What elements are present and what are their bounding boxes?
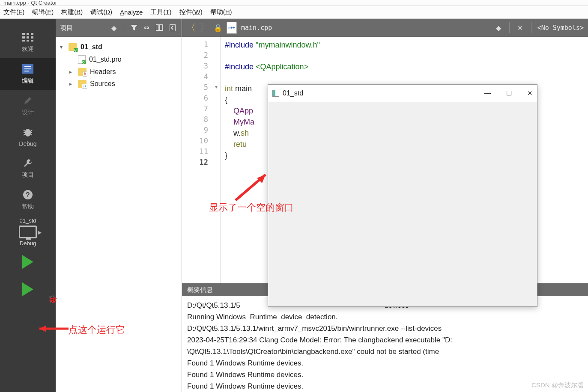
svg-rect-4 xyxy=(27,36,29,39)
svg-rect-1 xyxy=(27,33,29,35)
lock-icon[interactable]: 🔓 xyxy=(214,24,222,32)
nav-back-icon[interactable]: 〈 xyxy=(186,21,196,34)
chevron-down-icon: ▾ xyxy=(60,44,65,50)
editor-filename[interactable]: main.cpp xyxy=(241,24,272,32)
line-gutter: 12 34 56 78 910 1112 ▾ xyxy=(182,37,221,283)
play-icon xyxy=(22,282,33,296)
svg-rect-23 xyxy=(160,24,163,30)
edit-icon xyxy=(21,63,35,74)
menu-build[interactable]: 构建(B) xyxy=(61,8,83,16)
app-icon xyxy=(272,90,279,97)
svg-line-15 xyxy=(30,130,32,131)
svg-point-13 xyxy=(25,129,31,137)
menu-file[interactable]: 文件(F) xyxy=(3,8,24,16)
run-button[interactable] xyxy=(0,248,56,276)
svg-rect-3 xyxy=(22,36,25,39)
tree-sources-label: Sources xyxy=(90,80,115,88)
mode-project[interactable]: 项目 xyxy=(0,152,56,184)
annotation-arrow-1 xyxy=(231,170,274,205)
tree-pro-file[interactable]: 01_std.pro xyxy=(58,53,179,66)
tree-sources[interactable]: ▸ Sources xyxy=(58,78,179,90)
filter-icon[interactable] xyxy=(129,23,139,33)
link-icon[interactable] xyxy=(142,23,152,33)
collapse-icon[interactable] xyxy=(168,23,177,33)
wrench-icon xyxy=(21,157,35,169)
mode-welcome[interactable]: 欢迎 xyxy=(0,27,56,58)
svg-rect-10 xyxy=(24,66,31,67)
tree-root[interactable]: ▾ 01_std xyxy=(58,41,179,53)
fold-icon[interactable]: ▾ xyxy=(215,84,218,90)
project-tree: ▾ 01_std 01_std.pro ▸ Headers ▸ Sources xyxy=(56,37,182,94)
chevron-right-icon: ▸ xyxy=(69,69,75,75)
kit-name: 01_std xyxy=(19,217,36,224)
menu-widgets[interactable]: 控件(W) xyxy=(179,8,203,16)
mode-edit[interactable]: 编辑 xyxy=(0,58,56,90)
mode-design[interactable]: 设计 xyxy=(0,90,56,122)
tree-pro-label: 01_std.pro xyxy=(89,56,122,63)
editor-header: 〈 〉 🔓 c++ main.cpp ◆ ✕ <No Symbols> xyxy=(182,19,588,37)
grid-icon xyxy=(21,32,35,43)
output-body[interactable]: D:/Qt/Qt5.13.1/5 -devices Running Window… xyxy=(182,296,588,392)
nav-forward-icon[interactable]: 〉 xyxy=(200,21,209,34)
menu-bar: 文件(F) 编辑(E) 构建(B) 调试(D) Analyze 工具(T) 控件… xyxy=(0,6,588,19)
svg-text:?: ? xyxy=(26,191,30,199)
svg-rect-22 xyxy=(156,24,159,30)
pencil-icon xyxy=(21,95,35,106)
mode-debug[interactable]: Debug xyxy=(0,122,56,152)
folder-qt-icon xyxy=(69,43,77,51)
monitor-icon: ▶ xyxy=(19,226,37,238)
tree-root-label: 01_std xyxy=(81,43,102,51)
split-add-icon[interactable]: + xyxy=(155,23,164,33)
menu-tools[interactable]: 工具(T) xyxy=(150,8,171,16)
mode-design-label: 设计 xyxy=(22,109,34,116)
bug-icon xyxy=(21,127,35,138)
menu-analyze[interactable]: Analyze xyxy=(120,9,143,16)
svg-rect-25 xyxy=(170,24,176,31)
minimize-icon[interactable]: — xyxy=(484,89,491,97)
svg-line-18 xyxy=(24,134,25,135)
bug-overlay-icon: 🐞 xyxy=(48,294,57,304)
kit-config: Debug xyxy=(20,240,36,246)
cpp-file-icon: c++ xyxy=(227,22,237,34)
file-switch-icon[interactable]: ◆ xyxy=(494,23,503,33)
menu-edit[interactable]: 编辑(E) xyxy=(32,8,54,16)
annotation-arrow-2 xyxy=(35,324,69,334)
popup-title: 01_std xyxy=(283,89,303,97)
play-icon xyxy=(22,255,33,269)
folder-cpp-icon xyxy=(78,80,87,88)
menu-debug[interactable]: 调试(D) xyxy=(90,8,112,16)
svg-rect-12 xyxy=(24,71,29,71)
svg-rect-0 xyxy=(22,33,25,35)
sort-icon[interactable]: ◆ xyxy=(109,23,119,33)
svg-rect-8 xyxy=(31,40,33,42)
kit-selector[interactable]: 01_std ▶ Debug xyxy=(0,216,56,248)
annotation-text-1: 显示了一个空的窗口 xyxy=(209,201,294,214)
window-title: main.cpp - Qt Creator xyxy=(0,0,588,6)
popup-body xyxy=(268,102,537,306)
mode-help-label: 帮助 xyxy=(22,203,34,211)
chevron-right-icon: ▸ xyxy=(69,81,75,87)
mode-sidebar: 欢迎 编辑 设计 Debug 项目 ? 帮助 01_std ▶ Debug xyxy=(0,19,56,392)
svg-rect-2 xyxy=(31,33,33,35)
symbols-combo[interactable]: <No Symbols> xyxy=(537,24,584,32)
annotation-text-2: 点这个运行它 xyxy=(69,324,125,336)
close-editor-icon[interactable]: ✕ xyxy=(516,23,525,33)
svg-line-14 xyxy=(24,130,25,131)
svg-line-19 xyxy=(30,134,32,135)
project-header-label: 项目 xyxy=(60,24,73,32)
svg-rect-11 xyxy=(24,68,31,69)
tree-headers[interactable]: ▸ Headers xyxy=(58,66,179,78)
maximize-icon[interactable]: ☐ xyxy=(506,89,512,97)
running-app-window[interactable]: 01_std — ☐ ✕ xyxy=(268,84,537,307)
mode-project-label: 项目 xyxy=(22,171,34,179)
mode-welcome-label: 欢迎 xyxy=(22,45,34,53)
watermark: CSDN @奔波尔濡 xyxy=(531,381,584,389)
popup-titlebar[interactable]: 01_std — ☐ ✕ xyxy=(268,85,537,102)
project-header: 项目 ◆ + xyxy=(56,19,182,37)
menu-help[interactable]: 帮助(H) xyxy=(210,8,232,16)
chevron-right-icon: ▶ xyxy=(38,229,42,235)
run-debug-button[interactable]: 🐞 xyxy=(0,276,56,303)
file-qt-icon xyxy=(78,55,86,64)
mode-help[interactable]: ? 帮助 xyxy=(0,184,56,216)
close-icon[interactable]: ✕ xyxy=(527,89,533,97)
